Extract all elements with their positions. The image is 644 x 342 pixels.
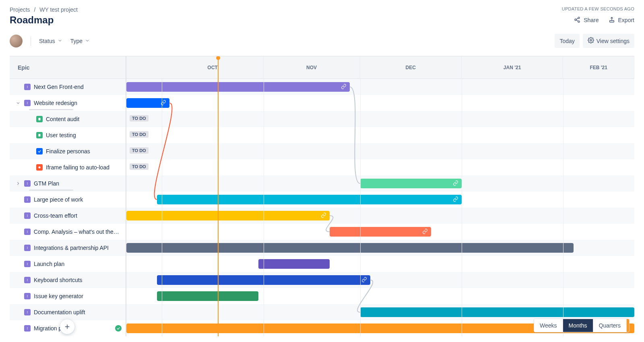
export-label: Export <box>618 17 634 23</box>
page-title: Roadmap <box>10 14 54 26</box>
epic-row[interactable]: Integrations & partnership API <box>10 240 126 256</box>
timeline-row[interactable]: TO DO <box>126 159 634 175</box>
epic-row[interactable]: Launch plan <box>10 256 126 272</box>
epic-icon <box>24 277 31 283</box>
epic-row[interactable]: Issue key generator <box>10 288 126 304</box>
filter-type[interactable]: Type <box>70 38 90 44</box>
epic-row[interactable]: Next Gen Front-end <box>10 79 126 95</box>
gantt-bar[interactable] <box>126 98 169 108</box>
view-weeks[interactable]: Weeks <box>534 319 563 332</box>
expand-icon[interactable] <box>15 181 21 186</box>
filter-status[interactable]: Status <box>39 38 62 44</box>
timeline-row[interactable] <box>126 256 634 272</box>
child-row[interactable]: Finalize personas <box>10 143 126 159</box>
gantt-bar[interactable] <box>157 195 462 204</box>
svg-line-4 <box>576 20 578 21</box>
epic-icon <box>24 229 31 235</box>
epic-icon <box>24 245 31 251</box>
epic-row[interactable]: Documentation uplift <box>10 304 126 320</box>
timeline-row[interactable] <box>126 272 634 288</box>
done-badge <box>115 325 122 332</box>
breadcrumb: Projects / WY test project <box>10 6 78 13</box>
task-icon <box>36 148 43 155</box>
view-quarters[interactable]: Quarters <box>593 319 627 332</box>
link-icon <box>453 196 458 203</box>
gantt-bar[interactable] <box>360 307 634 317</box>
today-button[interactable]: Today <box>555 34 579 48</box>
story-icon <box>36 116 43 122</box>
export-icon <box>609 16 615 24</box>
svg-point-2 <box>578 21 580 22</box>
month-column: OCT <box>162 56 263 79</box>
gantt-bar[interactable] <box>360 179 462 188</box>
share-button[interactable]: Share <box>574 16 599 24</box>
timeline-row[interactable] <box>126 192 634 208</box>
epic-icon <box>24 261 31 267</box>
chevron-down-icon <box>58 38 62 44</box>
timeline-row[interactable] <box>126 175 634 192</box>
roadmap-container: Epic Next Gen Front-end Website redesign <box>10 56 634 336</box>
timeline-row[interactable] <box>126 95 634 111</box>
timeline-row[interactable] <box>126 79 634 95</box>
gantt-bar[interactable] <box>126 211 330 220</box>
epic-row[interactable]: Large piece of work <box>10 192 126 208</box>
timeline-row[interactable] <box>126 224 634 240</box>
bug-icon <box>36 164 43 171</box>
gantt-bar[interactable] <box>258 259 330 269</box>
sidebar-header: Epic <box>10 56 126 79</box>
add-button[interactable] <box>60 319 74 334</box>
story-icon <box>36 132 43 138</box>
epic-icon <box>24 180 31 187</box>
link-icon <box>361 277 367 284</box>
share-label: Share <box>584 17 599 23</box>
avatar[interactable] <box>10 35 23 47</box>
breadcrumb-projects[interactable]: Projects <box>10 6 30 13</box>
timeline[interactable]: OCTNOVDECJAN '21FEB '21 TO DOTO DOTO DOT… <box>126 56 634 336</box>
status-badge: TO DO <box>130 131 149 138</box>
view-settings-button[interactable]: View settings <box>583 34 634 48</box>
view-switcher: Weeks Months Quarters <box>534 319 630 332</box>
gantt-bar[interactable] <box>126 82 350 92</box>
link-icon <box>453 180 458 187</box>
epic-icon <box>24 84 31 90</box>
month-column: NOV <box>264 56 360 79</box>
share-icon <box>574 16 580 24</box>
timeline-row[interactable] <box>126 288 634 304</box>
breadcrumb-project[interactable]: WY test project <box>39 6 78 13</box>
svg-rect-8 <box>39 134 41 136</box>
child-row[interactable]: Content audit <box>10 111 126 127</box>
timeline-row[interactable]: TO DO <box>126 143 634 159</box>
timeline-row[interactable]: TO DO <box>126 127 634 143</box>
view-months[interactable]: Months <box>563 319 593 332</box>
gear-icon <box>588 37 594 45</box>
epic-row[interactable]: Cross-team effort <box>10 208 126 224</box>
status-badge: TO DO <box>130 163 149 170</box>
timeline-row[interactable]: TO DO <box>126 111 634 127</box>
timeline-row[interactable] <box>126 208 634 224</box>
timeline-row[interactable] <box>126 240 634 256</box>
export-button[interactable]: Export <box>609 16 634 24</box>
child-row[interactable]: Iframe failing to auto-load <box>10 159 126 175</box>
gantt-bar[interactable] <box>126 243 574 253</box>
epic-row[interactable]: Keyboard shortcuts <box>10 272 126 288</box>
epic-row[interactable]: Comp. Analysis – what's out there? <box>10 224 126 240</box>
epic-row[interactable]: GTM Plan <box>10 175 126 192</box>
link-icon <box>321 212 326 219</box>
svg-point-6 <box>590 39 592 41</box>
svg-point-0 <box>578 17 580 19</box>
svg-rect-7 <box>39 118 41 120</box>
gantt-bar[interactable] <box>330 227 431 237</box>
epic-icon <box>24 196 31 203</box>
link-icon <box>341 84 347 91</box>
gantt-bar[interactable] <box>157 291 258 301</box>
child-row[interactable]: User testing <box>10 127 126 143</box>
epic-row[interactable]: Website redesign <box>10 95 126 111</box>
month-column: FEB '21 <box>563 56 634 79</box>
epic-icon <box>24 309 31 315</box>
timeline-row[interactable] <box>126 304 634 320</box>
epic-icon <box>24 293 31 299</box>
svg-line-3 <box>576 18 578 19</box>
link-icon <box>422 229 428 235</box>
collapse-icon[interactable] <box>15 101 21 105</box>
status-badge: TO DO <box>130 115 149 122</box>
